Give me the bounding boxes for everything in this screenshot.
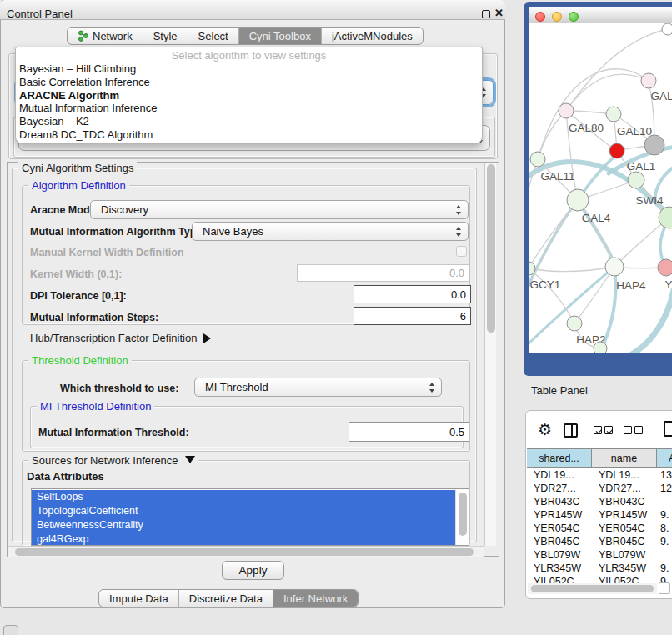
table-cell: YPR145W: [527, 508, 592, 522]
float-window-icon[interactable]: [482, 10, 490, 18]
deselect-all-icon[interactable]: [624, 426, 643, 434]
dropdown-item[interactable]: ARACNE Algorithm: [16, 89, 482, 102]
table-cell: YBR045C: [527, 535, 592, 548]
node-label: GAL1: [627, 160, 656, 172]
column-header[interactable]: A: [657, 449, 672, 467]
close-icon[interactable]: ✕: [494, 7, 504, 19]
tab-network[interactable]: Network: [68, 28, 143, 44]
network-node[interactable]: [628, 172, 644, 188]
table-cell: YBL079W: [527, 548, 592, 562]
list-item[interactable]: BetweennessCentrality: [32, 518, 456, 532]
node-label: Y: [664, 278, 672, 291]
minimized-panel-icon[interactable]: [3, 625, 18, 635]
network-node[interactable]: [594, 342, 607, 353]
dropdown-item[interactable]: Basic Correlation Inference: [16, 76, 482, 89]
apply-button[interactable]: Apply: [222, 561, 284, 580]
mi-steps-field[interactable]: 6: [354, 307, 471, 325]
scrollbar-thumb[interactable]: [459, 492, 467, 536]
network-node[interactable]: [609, 143, 624, 158]
network-node[interactable]: [662, 23, 672, 35]
network-window-titlebar[interactable]: [529, 7, 672, 23]
table-row[interactable]: YER054CYER054C8.: [527, 522, 672, 535]
list-item[interactable]: TopologicalCoefficient: [32, 504, 456, 518]
manual-kernel-checkbox[interactable]: [456, 246, 467, 257]
list-item[interactable]: gal4RGexp: [32, 532, 456, 546]
table-row[interactable]: YDR27...YDR27...12: [527, 482, 672, 495]
close-traffic-light-icon[interactable]: [535, 12, 545, 22]
hub-factor-section-toggle[interactable]: Hub/Transcription Factor Definition: [30, 332, 211, 344]
dropdown-item[interactable]: Bayesian – K2: [16, 115, 482, 128]
control-panel-titlebar[interactable]: [0, 0, 505, 20]
settings-vertical-scrollbar[interactable]: [484, 162, 496, 546]
dropdown-item[interactable]: Bayesian – Hill Climbing: [16, 62, 482, 76]
network-node[interactable]: [605, 258, 624, 276]
table-cell: YLR345W: [592, 562, 657, 575]
aracne-mode-combo[interactable]: Discovery: [90, 200, 469, 219]
stepper-icon: [455, 227, 463, 237]
network-canvas[interactable]: GALGAL80GAL10GAL1SWI4GAL11GAL4GCY1HAP4YH…: [529, 23, 672, 353]
tab-impute-data[interactable]: Impute Data: [99, 590, 178, 607]
table-row[interactable]: YPR145WYPR145W9.: [527, 508, 672, 522]
tab-infer-network[interactable]: Infer Network: [273, 590, 358, 607]
table-row[interactable]: YBR043CYBR043C: [527, 495, 672, 508]
network-node[interactable]: [641, 73, 656, 88]
network-edge[interactable]: [627, 290, 672, 353]
network-edge[interactable]: [566, 74, 649, 111]
settings-horizontal-scrollbar[interactable]: [8, 546, 484, 557]
mi-type-combo[interactable]: Naive Bayes: [192, 222, 469, 241]
kernel-width-field[interactable]: 0.0: [297, 264, 469, 282]
tab-jactivemnodules[interactable]: jActiveMNodules: [321, 28, 423, 44]
tab-select[interactable]: Select: [188, 28, 238, 44]
function-builder-icon[interactable]: [664, 421, 672, 437]
zoom-traffic-light-icon[interactable]: [569, 12, 579, 22]
data-attributes-list[interactable]: SelfLoopsTopologicalCoefficientBetweenne…: [31, 488, 469, 546]
scrollbar-thumb[interactable]: [487, 164, 495, 332]
network-node[interactable]: [644, 135, 664, 155]
split-columns-icon[interactable]: [564, 423, 578, 438]
table-row[interactable]: YBL079WYBL079W: [527, 548, 672, 562]
network-edge[interactable]: [538, 69, 649, 159]
column-header[interactable]: shared...: [527, 449, 592, 467]
node-label: GCY1: [530, 278, 561, 291]
list-vertical-scrollbar[interactable]: [455, 489, 469, 546]
network-node[interactable]: [559, 103, 574, 118]
network-edge[interactable]: [529, 268, 574, 323]
network-graph: GALGAL80GAL10GAL1SWI4GAL11GAL4GCY1HAP4YH…: [529, 23, 672, 353]
minimize-traffic-light-icon[interactable]: [552, 12, 562, 22]
mi-threshold-field[interactable]: 0.5: [349, 422, 469, 442]
node-label: GAL: [650, 90, 672, 102]
gear-icon[interactable]: ⚙: [538, 420, 552, 439]
table-row[interactable]: YLR345WYLR345W9.: [527, 562, 672, 575]
collapse-icon[interactable]: [185, 456, 195, 463]
table-row[interactable]: YDL19...YDL19...13: [527, 468, 672, 482]
dpi-tolerance-field[interactable]: 0.0: [354, 285, 471, 303]
network-node[interactable]: [530, 152, 545, 167]
network-node[interactable]: [606, 107, 621, 122]
scrollbar-corner: [659, 582, 670, 594]
table-cell: YER054C: [527, 522, 592, 535]
table-row[interactable]: YBR045CYBR045C9.: [527, 535, 672, 548]
table-horizontal-scrollbar[interactable]: [528, 583, 657, 594]
select-all-icon[interactable]: [594, 426, 613, 434]
scrollbar-thumb[interactable]: [15, 548, 474, 556]
table-cell: YLR345W: [527, 562, 592, 575]
dropdown-item[interactable]: Dream8 DC_TDC Algorithm: [16, 128, 482, 142]
network-node[interactable]: [567, 189, 589, 211]
list-item[interactable]: SelfLoops: [32, 490, 456, 504]
which-threshold-combo[interactable]: MI Threshold: [194, 378, 442, 397]
expand-icon[interactable]: [203, 333, 211, 343]
network-edge[interactable]: [538, 111, 566, 159]
tab-discretize-data[interactable]: Discretize Data: [178, 590, 273, 607]
dropdown-item[interactable]: Mutual Information Inference: [16, 102, 482, 115]
tab-cyni-toolbox[interactable]: Cyni Toolbox: [238, 28, 321, 44]
stepper-icon: [429, 382, 436, 392]
screen: Control Panel ✕ Network Style Select Cyn…: [0, 0, 672, 635]
network-node[interactable]: [658, 259, 672, 276]
tab-style[interactable]: Style: [143, 28, 188, 44]
network-node[interactable]: [567, 316, 582, 331]
network-edge[interactable]: [529, 267, 614, 272]
scrollbar-thumb[interactable]: [531, 585, 654, 592]
table-cell: 13: [657, 468, 672, 482]
mi-threshold-label: Mutual Information Threshold:: [38, 427, 189, 438]
column-header[interactable]: name: [592, 449, 657, 467]
